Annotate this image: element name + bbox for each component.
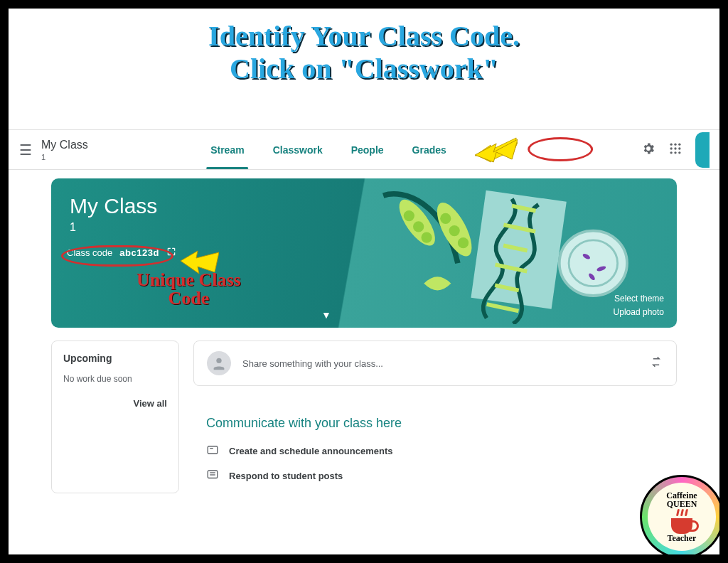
main-menu-icon[interactable]: ☰ xyxy=(14,141,37,159)
upcoming-card: Upcoming No work due soon View all xyxy=(51,341,179,493)
tutorial-instructions: Identify Your Class Code. Click on "Clas… xyxy=(9,20,719,85)
logo-steam-icon xyxy=(677,509,687,516)
svg-point-3 xyxy=(670,143,673,145)
svg-point-11 xyxy=(678,151,680,154)
announcement-icon xyxy=(206,444,219,459)
class-code-box: Class code abc123d xyxy=(67,247,176,259)
announce-text: Create and schedule announcements xyxy=(229,446,392,456)
svg-point-6 xyxy=(670,147,673,149)
communicate-row-announce: Create and schedule announcements xyxy=(206,444,664,459)
class-code-label: Class code xyxy=(67,247,112,258)
hero-info-chevron-icon[interactable]: ▼ xyxy=(321,309,331,321)
tab-people[interactable]: People xyxy=(351,144,384,156)
svg-point-9 xyxy=(670,151,673,154)
tab-stream[interactable]: Stream xyxy=(210,144,244,156)
fullscreen-code-icon[interactable] xyxy=(166,247,176,259)
svg-point-5 xyxy=(678,143,680,145)
svg-point-18 xyxy=(440,213,451,224)
svg-rect-34 xyxy=(208,446,218,454)
svg-point-33 xyxy=(216,358,221,363)
annotation-unique-code-label: Unique Class Code xyxy=(136,271,241,308)
caffeine-queen-teacher-logo: Caffeine QUEEN Teacher xyxy=(640,475,724,559)
annotation-unique-l2: Code xyxy=(168,288,209,309)
annotation-classwork-circle xyxy=(528,137,593,161)
svg-point-15 xyxy=(413,221,424,232)
share-announcement-box[interactable]: Share something with your class... xyxy=(193,341,677,386)
upcoming-view-all-link[interactable]: View all xyxy=(63,398,167,409)
svg-line-27 xyxy=(487,304,519,311)
top-bar: ☰ My Class 1 Stream Classwork People Gra… xyxy=(9,130,719,170)
respond-icon xyxy=(206,468,219,483)
svg-point-20 xyxy=(458,237,469,248)
tab-classwork[interactable]: Classwork xyxy=(273,144,323,156)
communicate-heading: Communicate with your class here xyxy=(206,416,664,431)
svg-marker-2 xyxy=(475,139,518,162)
svg-point-14 xyxy=(404,210,414,221)
nav-tabs: Stream Classwork People Grades xyxy=(210,130,518,170)
hero-illustration xyxy=(336,182,634,324)
upcoming-heading: Upcoming xyxy=(63,353,167,364)
annotation-unique-l1: Unique Class xyxy=(136,269,241,290)
class-section-header: 1 xyxy=(41,153,88,161)
apps-grid-icon[interactable] xyxy=(668,141,682,159)
logo-text-2: QUEEN xyxy=(667,500,697,509)
svg-point-7 xyxy=(674,147,676,149)
class-code-value: abc123d xyxy=(119,247,159,258)
google-classroom-app: ☰ My Class 1 Stream Classwork People Gra… xyxy=(9,129,719,554)
user-avatar-icon xyxy=(207,351,231,375)
svg-point-4 xyxy=(674,143,676,145)
communicate-row-respond: Respond to student posts xyxy=(206,468,664,483)
svg-point-8 xyxy=(678,147,680,149)
account-avatar[interactable] xyxy=(695,132,710,168)
respond-text: Respond to student posts xyxy=(229,471,343,481)
logo-cup-icon xyxy=(671,518,692,534)
svg-point-10 xyxy=(674,151,676,154)
class-name-header[interactable]: My Class xyxy=(41,139,88,151)
tab-grades[interactable]: Grades xyxy=(412,144,446,156)
upcoming-empty-text: No work due soon xyxy=(63,374,167,384)
svg-rect-35 xyxy=(208,471,218,478)
logo-text-3: Teacher xyxy=(668,534,697,543)
instruction-line-2: Click on "Classwork" xyxy=(9,53,719,85)
annotation-arrow-classwork xyxy=(475,131,518,169)
svg-point-19 xyxy=(449,225,460,236)
settings-gear-icon[interactable] xyxy=(641,141,655,159)
instruction-line-1: Identify Your Class Code. xyxy=(208,20,520,52)
class-hero-banner: My Class 1 Class code abc123d Unique Cla… xyxy=(51,178,677,328)
share-placeholder-text[interactable]: Share something with your class... xyxy=(242,358,638,369)
communicate-card: Communicate with your class here Create … xyxy=(193,399,677,483)
reuse-post-icon[interactable] xyxy=(649,355,663,372)
svg-point-16 xyxy=(421,232,432,242)
